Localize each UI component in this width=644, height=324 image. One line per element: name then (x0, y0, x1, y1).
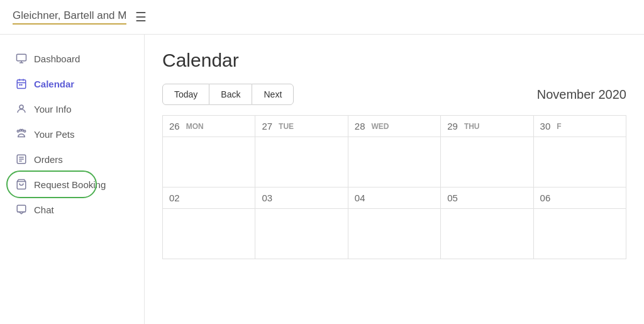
sidebar-item-calendar[interactable]: Calendar (0, 71, 144, 96)
cal-header-04: 04 (348, 187, 441, 209)
day-label: F (557, 122, 561, 131)
cal-cell-30[interactable] (534, 137, 626, 187)
page-title: Calendar (162, 50, 626, 71)
day-num: 02 (169, 193, 180, 203)
sidebar-label-calendar: Calendar (34, 79, 74, 89)
sidebar-item-orders[interactable]: Orders (0, 147, 144, 172)
header: Gleichner, Bartell and M ☰ (0, 0, 644, 35)
day-num: 29 (447, 121, 458, 131)
cal-cell-26[interactable] (163, 137, 255, 187)
cal-header-05: 05 (441, 187, 533, 209)
person-icon (15, 103, 28, 115)
sidebar-label-orders: Orders (34, 154, 63, 165)
cal-header-03: 03 (255, 187, 348, 209)
cal-cell-04[interactable] (348, 209, 441, 259)
cal-cell-06[interactable] (534, 209, 626, 259)
cal-cell-28[interactable] (348, 137, 441, 187)
cal-header-02: 02 (163, 187, 255, 209)
calendar-icon (15, 77, 28, 90)
sidebar-label-your-pets: Your Pets (34, 129, 75, 140)
layout: Dashboard Calendar Your Info (0, 35, 644, 324)
sidebar-item-your-pets[interactable]: Your Pets (0, 121, 144, 147)
cal-header-29: 29 THU (441, 116, 533, 137)
cart-icon (15, 178, 28, 191)
day-num: 03 (262, 193, 272, 203)
cal-cell-03[interactable] (255, 209, 348, 259)
day-num: 27 (262, 121, 272, 131)
sidebar-item-request-booking[interactable]: Request Booking (0, 172, 144, 197)
calendar-grid: 26 MON 27 TUE 28 WED 29 THU 30 F (162, 115, 626, 259)
cal-cell-02[interactable] (163, 209, 255, 259)
cal-cell-29[interactable] (441, 137, 533, 187)
company-name[interactable]: Gleichner, Bartell and M (13, 9, 126, 25)
cal-cell-05[interactable] (441, 209, 533, 259)
sidebar: Dashboard Calendar Your Info (0, 35, 145, 324)
svg-point-13 (24, 130, 26, 132)
chat-icon (15, 203, 28, 216)
svg-point-10 (17, 130, 19, 132)
pets-icon (15, 128, 28, 140)
sidebar-item-your-info[interactable]: Your Info (0, 96, 144, 121)
cal-cell-27[interactable] (255, 137, 348, 187)
sidebar-item-dashboard[interactable]: Dashboard (0, 46, 144, 71)
sidebar-label-chat: Chat (34, 204, 54, 215)
sidebar-label-dashboard: Dashboard (34, 53, 80, 64)
day-label: WED (371, 122, 389, 131)
cal-header-26: 26 MON (163, 116, 255, 137)
svg-rect-8 (21, 84, 22, 86)
sidebar-item-chat[interactable]: Chat (0, 197, 144, 222)
svg-rect-19 (17, 205, 26, 212)
today-button[interactable]: Today (162, 84, 209, 105)
day-label: THU (464, 122, 480, 131)
day-num: 28 (355, 121, 365, 131)
cal-header-27: 27 TUE (255, 116, 348, 137)
monitor-icon (15, 52, 28, 65)
back-button[interactable]: Back (209, 84, 252, 105)
next-button[interactable]: Next (252, 84, 294, 105)
month-label: November 2020 (537, 87, 626, 102)
svg-point-12 (21, 130, 23, 131)
calendar-nav: Today Back Next November 2020 (162, 84, 626, 105)
day-num: 05 (447, 193, 458, 203)
svg-rect-0 (17, 54, 26, 61)
sidebar-label-request-booking: Request Booking (34, 179, 106, 190)
svg-rect-7 (19, 84, 20, 86)
day-label: MON (186, 122, 204, 131)
hamburger-icon[interactable]: ☰ (135, 9, 147, 25)
cal-header-06: 06 (534, 187, 626, 209)
cal-header-28: 28 WED (348, 116, 441, 137)
day-label: TUE (279, 122, 294, 131)
day-num: 30 (540, 121, 551, 131)
cal-header-30: 30 F (534, 116, 626, 137)
svg-point-9 (19, 105, 23, 109)
sidebar-label-your-info: Your Info (34, 104, 72, 115)
day-num: 06 (540, 193, 551, 203)
day-num: 26 (169, 121, 180, 131)
main-content: Calendar Today Back Next November 2020 2… (145, 35, 644, 324)
day-num: 04 (355, 193, 365, 203)
orders-icon (15, 153, 28, 165)
